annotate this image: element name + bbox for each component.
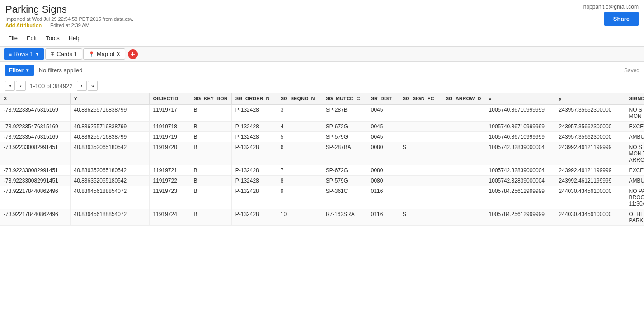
col-header-signdes[interactable]: SIGNDES <box>625 93 644 104</box>
cell-sg-seqno-n: 5 <box>277 132 322 142</box>
cards-icon: ⊞ <box>50 51 55 57</box>
cell-objectid: 11919720 <box>149 142 190 165</box>
app-title: Parking Signs <box>5 4 133 15</box>
table-row[interactable]: -73.92233547631516940.836255716838799119… <box>0 104 644 122</box>
cell-y: 40.836456188854072 <box>70 209 149 226</box>
cell-sg-order-n: P-132428 <box>231 132 277 142</box>
cell-sg-key-bor: B <box>190 165 231 176</box>
cell-objectid: 11919719 <box>149 132 190 142</box>
title-area: Parking Signs Imported at Wed Jul 29 22:… <box>5 4 133 28</box>
cell-x: 1005784.25612999999 <box>485 186 555 209</box>
table-row[interactable]: -73.92217844086249640.836456188854072119… <box>0 209 644 226</box>
cell-sg-key-bor: B <box>190 176 231 186</box>
cell-sg-sign-fc <box>399 176 442 186</box>
filter-button[interactable]: Filter ▼ <box>5 65 34 76</box>
col-header-sgsignfc[interactable]: SG_SIGN_FC <box>399 93 442 104</box>
cell-sg-arrow-d <box>442 132 485 142</box>
tab-cards[interactable]: ⊞ Cards 1 <box>45 48 82 60</box>
cell-y: 243992.46121199999 <box>555 142 625 165</box>
cell-sr-dist: 0080 <box>367 142 399 165</box>
cell-sr-dist: 0116 <box>367 209 399 226</box>
cell-objectid: 11919724 <box>149 209 190 226</box>
prev-page-button[interactable]: ‹ <box>16 81 26 91</box>
cell-objectid: 11919723 <box>149 186 190 209</box>
cell-sg-key-bor: B <box>190 104 231 122</box>
cell-x: -73.922335476315169 <box>0 132 70 142</box>
edit-menu[interactable]: Edit <box>22 30 41 46</box>
cell-signdes: NO STANDI 10AM-6I MON TH FRI (SIN ARROW <box>625 142 644 165</box>
cell-sr-dist: 0045 <box>367 104 399 122</box>
col-header-sgseqno[interactable]: SG_SEQNO_N <box>277 93 322 104</box>
table-row[interactable]: -73.92233008299145140.836352065180542119… <box>0 142 644 165</box>
cell-sg-arrow-d <box>442 122 485 132</box>
tab-rows-arrow: ▼ <box>35 52 39 56</box>
col-header-sgmutcd[interactable]: SG_MUTCD_C <box>322 93 367 104</box>
col-header-y2[interactable]: y <box>555 93 625 104</box>
page-range: 1-100 of 384922 <box>30 83 73 89</box>
cell-y: 40.836352065180542 <box>70 176 149 186</box>
tools-menu[interactable]: Tools <box>41 30 64 46</box>
import-info: Imported at Wed Jul 29 22:54:58 PDT 2015… <box>5 16 133 22</box>
cell-y: 244030.43456100000 <box>555 186 625 209</box>
col-header-x2[interactable]: x <box>485 93 555 104</box>
cell-x: -73.922178440862496 <box>0 209 70 226</box>
cell-sg-seqno-n: 9 <box>277 186 322 209</box>
tab-cards-label: Cards 1 <box>56 51 77 57</box>
cell-signdes: EXCEPT <box>625 165 644 176</box>
cell-sg-seqno-n: 8 <box>277 176 322 186</box>
next-page-button[interactable]: › <box>77 81 87 91</box>
cell-sg-mutcd-c: SP-672G <box>322 122 367 132</box>
table-row[interactable]: -73.92233547631516940.836255716838799119… <box>0 132 644 142</box>
col-header-sgarrowd[interactable]: SG_ARROW_D <box>442 93 485 104</box>
top-header: Parking Signs Imported at Wed Jul 29 22:… <box>0 0 644 30</box>
col-header-x[interactable]: X <box>0 93 70 104</box>
file-menu[interactable]: File <box>4 30 22 46</box>
cell-sg-arrow-d <box>442 142 485 165</box>
cell-signdes: OTHER TIMES 1 HOUR PARKIN <box>625 209 644 226</box>
toolbar: File Edit Tools Help <box>0 30 644 47</box>
cell-sg-key-bor: B <box>190 132 231 142</box>
col-header-sgkeybor[interactable]: SG_KEY_BOR <box>190 93 231 104</box>
col-header-y[interactable]: Y <box>70 93 149 104</box>
filter-row: Filter ▼ No filters applied Saved <box>0 62 644 79</box>
cell-sg-sign-fc <box>399 186 442 209</box>
cell-sg-seqno-n: 3 <box>277 104 322 122</box>
cell-sg-sign-fc <box>399 122 442 132</box>
cell-sr-dist: 0116 <box>367 186 399 209</box>
cell-sg-order-n: P-132428 <box>231 176 277 186</box>
add-attribution-link[interactable]: Add Attribution <box>5 23 42 28</box>
tab-map[interactable]: 📍 Map of X <box>83 48 125 60</box>
col-header-sgorder[interactable]: SG_ORDER_N <box>231 93 277 104</box>
cell-x: -73.922330082991451 <box>0 176 70 186</box>
cell-sg-sign-fc <box>399 165 442 176</box>
help-menu[interactable]: Help <box>64 30 85 46</box>
cell-objectid: 11919718 <box>149 122 190 132</box>
cell-sg-seqno-n: 4 <box>277 122 322 132</box>
table-row[interactable]: -73.92233547631516940.836255716838799119… <box>0 122 644 132</box>
table-row[interactable]: -73.92233008299145140.836352065180542119… <box>0 176 644 186</box>
cell-y: 40.836456188854072 <box>70 186 149 209</box>
tab-map-label: Map of X <box>97 51 120 57</box>
share-button[interactable]: Share <box>604 12 639 26</box>
cell-objectid: 11919721 <box>149 165 190 176</box>
cell-sg-mutcd-c: SP-287B <box>322 104 367 122</box>
cell-x: -73.922178440862496 <box>0 186 70 209</box>
cell-sg-mutcd-c: R7-162SRA <box>322 209 367 226</box>
first-page-button[interactable]: « <box>5 81 15 91</box>
cell-sg-key-bor: B <box>190 209 231 226</box>
cell-sg-seqno-n: 10 <box>277 209 322 226</box>
last-page-button[interactable]: » <box>88 81 98 91</box>
cell-y: 40.836255716838799 <box>70 122 149 132</box>
cell-sg-order-n: P-132428 <box>231 122 277 132</box>
col-header-srdist[interactable]: SR_DIST <box>367 93 399 104</box>
table-row[interactable]: -73.92217844086249640.836456188854072119… <box>0 186 644 209</box>
filter-button-label: Filter <box>9 67 24 74</box>
col-header-objectid[interactable]: OBJECTID <box>149 93 190 104</box>
saved-indicator: Saved <box>624 67 639 74</box>
add-tab-button[interactable]: + <box>128 49 138 59</box>
header-right: noppanit.c@gmail.com Share <box>583 4 639 26</box>
tab-rows[interactable]: ≡ Rows 1 ▼ <box>4 48 44 60</box>
attribution-row: Add Attribution - Edited at 2:39 AM <box>5 23 133 28</box>
cell-sg-key-bor: B <box>190 186 231 209</box>
table-row[interactable]: -73.92233008299145140.836352065180542119… <box>0 165 644 176</box>
